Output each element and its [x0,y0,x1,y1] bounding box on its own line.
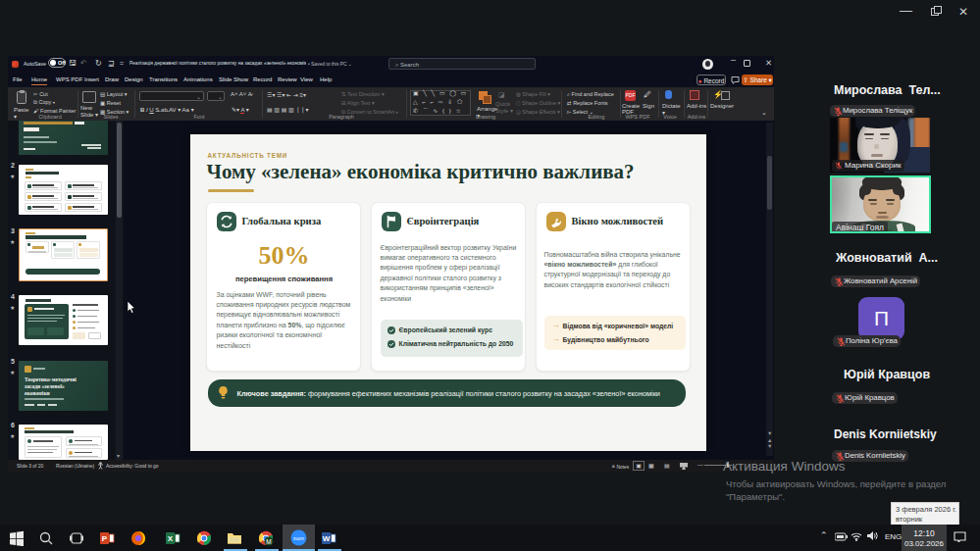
svg-text:M: M [266,538,271,545]
svg-text:X: X [168,534,174,543]
svg-text:P: P [102,534,108,543]
svg-text:zoom: zoom [293,536,304,541]
svg-text:W: W [323,534,331,543]
